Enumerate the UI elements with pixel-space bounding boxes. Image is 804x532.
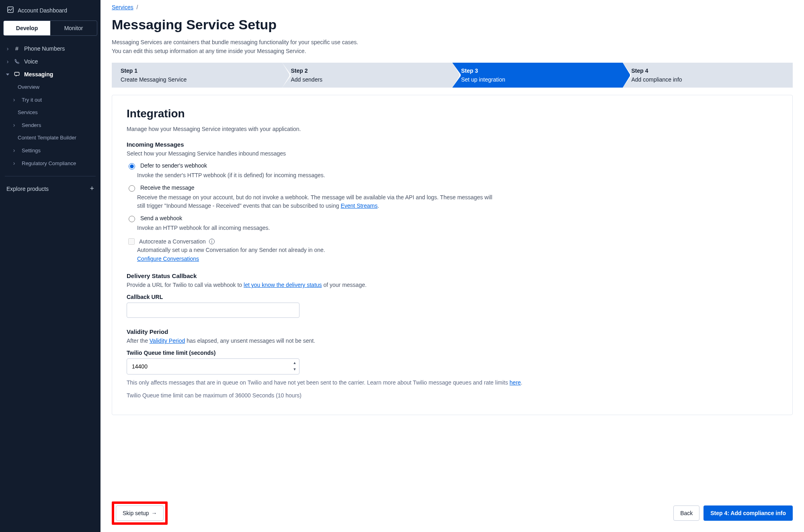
step-4[interactable]: Step 4 Add compliance info (623, 63, 793, 88)
radio-receive-message[interactable] (129, 185, 135, 192)
event-streams-link[interactable]: Event Streams (340, 203, 377, 209)
step-2[interactable]: Step 2 Add senders (282, 63, 453, 88)
sidebar-nav: # Phone Numbers Voice Messaging Overview… (0, 40, 100, 172)
sidebar-item-voice[interactable]: Voice (0, 55, 100, 68)
radio-receive-row: Receive the message (127, 184, 778, 192)
chevron-right-icon (6, 45, 10, 52)
breadcrumb-separator: / (137, 4, 138, 10)
radio-send-webhook-label: Send a webhook (140, 215, 182, 221)
explore-products-label: Explore products (6, 186, 49, 192)
queue-time-limit-input[interactable] (127, 358, 299, 374)
hash-icon: # (14, 45, 20, 52)
queue-time-limit-wrapper: ▲ ▼ (127, 358, 299, 374)
autocreate-conversation-label: Autocreate a Conversation (139, 238, 206, 245)
card-title: Integration (127, 107, 778, 120)
sidebar-item-try-it-out[interactable]: Try it out (0, 93, 100, 106)
validity-period-title: Validity Period (127, 328, 778, 335)
sidebar-item-settings[interactable]: Settings (0, 144, 100, 157)
spinner-up-icon[interactable]: ▲ (291, 360, 298, 366)
validity-period-desc: After the Validity Period has elapsed, a… (127, 338, 778, 344)
sidebar-item-regulatory-compliance[interactable]: Regulatory Compliance (0, 157, 100, 170)
account-dashboard-link[interactable]: Account Dashboard (0, 0, 100, 20)
phone-icon (14, 58, 20, 65)
sidebar: Account Dashboard Develop Monitor # Phon… (0, 0, 100, 532)
number-spinner: ▲ ▼ (291, 360, 298, 372)
callback-url-label: Callback URL (127, 294, 778, 300)
sidebar-tabs: Develop Monitor (3, 20, 97, 36)
info-icon[interactable]: i (209, 239, 215, 244)
checkbox-autocreate-conversation[interactable] (128, 238, 135, 245)
chevron-right-icon (12, 160, 16, 166)
sidebar-item-messaging[interactable]: Messaging (0, 68, 100, 81)
sidebar-voice-label: Voice (24, 58, 95, 65)
queue-help-note-1: This only affects messages that are in q… (127, 379, 778, 387)
chevron-right-icon (12, 96, 16, 103)
dashboard-icon (7, 6, 14, 14)
main-content: Services / Messaging Service Setup Messa… (100, 0, 804, 532)
explore-products[interactable]: Explore products + (0, 180, 100, 197)
breadcrumb: Services / (112, 0, 793, 12)
radio-defer-label: Defer to sender's webhook (140, 162, 207, 169)
plus-icon: + (90, 184, 94, 193)
radio-defer-to-sender[interactable] (129, 163, 135, 170)
card-subtitle: Manage how your Messaging Service integr… (127, 126, 778, 132)
delivery-status-link[interactable]: let you know the delivery status (244, 282, 322, 288)
breadcrumb-services-link[interactable]: Services (112, 4, 133, 10)
arrow-right-icon: → (151, 510, 157, 516)
delivery-status-callback-desc: Provide a URL for Twilio to call via web… (127, 282, 778, 288)
incoming-messages-desc: Select how your Messaging Service handle… (127, 150, 778, 157)
skip-setup-highlight: Skip setup → (112, 501, 168, 525)
chevron-right-icon (6, 58, 10, 65)
spinner-down-icon[interactable]: ▼ (291, 366, 298, 372)
sidebar-item-content-template-builder[interactable]: Content Template Builder (0, 131, 100, 144)
next-step-button[interactable]: Step 4: Add compliance info (704, 505, 793, 521)
integration-card: Integration Manage how your Messaging Se… (112, 95, 793, 415)
page-title: Messaging Service Setup (112, 17, 793, 33)
chat-icon (14, 71, 20, 78)
queue-time-limit-label: Twilio Queue time limit (seconds) (127, 350, 778, 356)
chevron-right-icon (12, 122, 16, 128)
step-1[interactable]: Step 1 Create Messaging Service (112, 63, 282, 88)
autocreate-conversation-row: Autocreate a Conversation i (127, 237, 778, 246)
wizard-footer: Skip setup → Back Step 4: Add compliance… (100, 494, 804, 532)
page-description: Messaging Services are containers that b… (112, 38, 793, 55)
delivery-status-callback-title: Delivery Status Callback (127, 272, 778, 279)
radio-send-webhook-row: Send a webhook (127, 215, 778, 222)
radio-receive-label: Receive the message (140, 184, 195, 191)
sidebar-item-phone-numbers[interactable]: # Phone Numbers (0, 42, 100, 55)
step-3[interactable]: Step 3 Set up integration (452, 63, 623, 88)
sidebar-divider (5, 176, 96, 176)
radio-defer-row: Defer to sender's webhook (127, 162, 778, 170)
sidebar-phone-label: Phone Numbers (24, 45, 95, 52)
radio-send-webhook-help: Invoke an HTTP webhook for all incoming … (137, 224, 499, 232)
back-button[interactable]: Back (673, 505, 699, 521)
setup-stepper: Step 1 Create Messaging Service Step 2 A… (112, 63, 793, 88)
account-dashboard-label: Account Dashboard (18, 7, 67, 14)
queue-help-note-2: Twilio Queue time limit can be maximum o… (127, 391, 778, 400)
incoming-messages-title: Incoming Messages (127, 141, 778, 148)
autocreate-conversation-help: Automatically set up a new Conversation … (137, 247, 778, 253)
footer-right-group: Back Step 4: Add compliance info (673, 505, 793, 521)
tab-monitor[interactable]: Monitor (50, 21, 97, 35)
radio-defer-help: Invoke the sender's HTTP webhook (if it … (137, 171, 499, 180)
sidebar-item-services[interactable]: Services (0, 106, 100, 119)
chevron-right-icon (12, 147, 16, 153)
svg-rect-1 (14, 72, 19, 76)
radio-send-webhook[interactable] (129, 216, 135, 222)
sidebar-item-senders[interactable]: Senders (0, 119, 100, 131)
sidebar-item-overview[interactable]: Overview (0, 81, 100, 93)
chevron-down-icon (6, 74, 10, 76)
configure-conversations-link[interactable]: Configure Conversations (137, 256, 199, 262)
sidebar-messaging-label: Messaging (24, 71, 95, 78)
tab-develop[interactable]: Develop (4, 21, 50, 35)
queue-rate-limits-link[interactable]: here (510, 379, 521, 386)
validity-period-link[interactable]: Validity Period (150, 338, 185, 344)
callback-url-input[interactable] (127, 303, 299, 318)
radio-receive-help: Receive the message on your account, but… (137, 193, 499, 210)
skip-setup-label: Skip setup (123, 510, 149, 516)
skip-setup-button[interactable]: Skip setup → (116, 505, 164, 521)
